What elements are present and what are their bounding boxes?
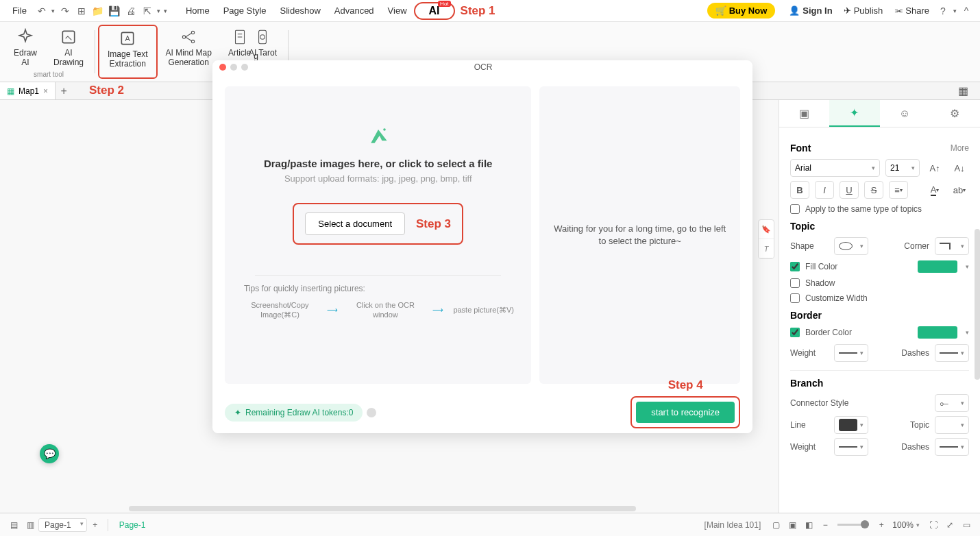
chevron-down-icon[interactable]: ▾ xyxy=(966,263,969,270)
branch-topic-select[interactable]: ▾ xyxy=(935,416,969,434)
minimize-window-icon[interactable] xyxy=(230,64,237,71)
active-page-tab[interactable]: Page-1 xyxy=(112,520,153,530)
sign-in-button[interactable]: 👤 Sign In xyxy=(783,5,837,16)
ribbon-image-text-extraction[interactable]: A Image Text Extraction xyxy=(98,25,157,79)
shape-select[interactable]: ▾ xyxy=(834,237,868,255)
customize-width-checkbox[interactable]: Customize Width xyxy=(790,293,969,303)
apply-same-input[interactable] xyxy=(790,204,800,214)
border-color-swatch[interactable] xyxy=(918,326,957,339)
add-page-button[interactable]: + xyxy=(87,517,103,533)
branch-dashes-select[interactable]: ▾ xyxy=(935,438,969,456)
panel-tab-emoji[interactable]: ☺ xyxy=(880,100,930,127)
connector-style-select[interactable]: ⟜▾ xyxy=(935,394,969,412)
open-icon[interactable]: 📁 xyxy=(90,3,106,19)
zoom-in-button[interactable]: + xyxy=(873,517,890,533)
shadow-input[interactable] xyxy=(790,278,800,288)
float-tool-tag-icon[interactable]: 🔖 xyxy=(759,220,774,239)
tokens-info-icon[interactable] xyxy=(367,408,376,417)
undo-icon[interactable]: ↶ xyxy=(34,3,50,19)
bold-button[interactable]: B xyxy=(790,181,809,199)
fill-color-checkbox[interactable]: Fill Color ▾ xyxy=(790,260,969,273)
menu-view[interactable]: View xyxy=(381,3,414,19)
fill-color-swatch[interactable] xyxy=(918,260,957,273)
font-more-link[interactable]: More xyxy=(951,143,969,153)
font-size-increase-button[interactable]: A↑ xyxy=(925,159,944,177)
save-icon[interactable]: 💾 xyxy=(106,3,123,19)
print-icon[interactable]: 🖨 xyxy=(123,3,139,19)
panel-tab-settings[interactable]: ⚙ xyxy=(930,100,980,127)
ribbon-ai-drawing[interactable]: AI Drawing xyxy=(45,25,92,71)
page-select[interactable]: Page-1▾ xyxy=(38,518,87,532)
zoom-thumb[interactable] xyxy=(861,520,869,528)
chat-fab[interactable]: 💬 xyxy=(40,444,59,463)
start-recognize-button[interactable]: start to recognize xyxy=(636,402,735,423)
italic-button[interactable]: I xyxy=(815,181,834,199)
float-tool-text-icon[interactable]: T xyxy=(759,239,774,258)
branch-weight-select[interactable]: ▾ xyxy=(834,438,868,456)
line-color-select[interactable]: ▾ xyxy=(834,416,868,434)
corner-select[interactable]: ▾ xyxy=(935,237,969,255)
strikethrough-button[interactable]: S xyxy=(864,181,883,199)
qat-more-icon[interactable]: ▾ xyxy=(162,3,169,19)
panel-scrollbar[interactable] xyxy=(975,229,980,380)
border-dashes-select[interactable]: ▾ xyxy=(935,344,969,362)
layout-toggle-icon[interactable]: ▦ xyxy=(958,84,975,97)
border-weight-select[interactable]: ▾ xyxy=(834,344,868,362)
font-size-select[interactable]: 21▾ xyxy=(885,159,920,177)
publish-button[interactable]: ✈ Publish xyxy=(838,5,889,16)
border-color-input[interactable] xyxy=(790,328,800,337)
font-color-button[interactable]: A▾ xyxy=(925,181,944,199)
outline-view-icon[interactable]: ▤ xyxy=(5,517,22,533)
chevron-down-icon[interactable]: ▾ xyxy=(966,329,969,336)
export-icon[interactable]: ⇱ xyxy=(139,3,156,19)
font-family-select[interactable]: Arial▾ xyxy=(790,159,880,177)
zoom-value[interactable]: 100% xyxy=(890,520,916,530)
undo-dropdown-icon[interactable]: ▾ xyxy=(50,3,57,19)
maximize-window-icon[interactable] xyxy=(241,64,248,71)
share-button[interactable]: ⫘ Share xyxy=(888,5,935,16)
close-window-icon[interactable] xyxy=(219,64,226,71)
align-button[interactable]: ≡▾ xyxy=(889,181,908,199)
zoom-dropdown-icon[interactable]: ▾ xyxy=(916,522,920,528)
menu-ai[interactable]: AI Hot xyxy=(414,2,455,20)
text-case-button[interactable]: ab▾ xyxy=(950,181,969,199)
horizontal-scrollbar[interactable] xyxy=(129,506,636,511)
font-size-decrease-button[interactable]: A↓ xyxy=(950,159,969,177)
view-mode-3-icon[interactable]: ◧ xyxy=(800,517,817,533)
fit-page-icon[interactable]: ⛶ xyxy=(925,517,942,533)
new-icon[interactable]: ⊞ xyxy=(73,3,90,19)
customize-width-input[interactable] xyxy=(790,293,800,303)
panel-tab-outline[interactable]: ▣ xyxy=(779,100,829,127)
menu-page-style[interactable]: Page Style xyxy=(217,3,273,19)
underline-button[interactable]: U xyxy=(840,181,859,199)
collapse-ribbon-icon[interactable]: ^ xyxy=(958,3,975,19)
zoom-out-button[interactable]: − xyxy=(817,517,833,533)
menu-home[interactable]: Home xyxy=(179,3,217,19)
export-dropdown-icon[interactable]: ▾ xyxy=(156,3,162,19)
menu-file[interactable]: File xyxy=(5,3,34,19)
zoom-slider[interactable] xyxy=(837,524,869,526)
panel-tab-style[interactable]: ✦ xyxy=(829,100,879,127)
tokens-pill[interactable]: ✦ Remaining Edraw AI tokens:0 xyxy=(225,404,363,422)
help-icon[interactable]: ? xyxy=(935,3,951,19)
fill-color-input[interactable] xyxy=(790,262,800,271)
select-document-button[interactable]: Select a document xyxy=(305,212,405,235)
help-dropdown-icon[interactable]: ▾ xyxy=(951,3,958,19)
add-tab-button[interactable]: + xyxy=(56,85,72,97)
apply-same-checkbox[interactable]: Apply to the same type of topics xyxy=(790,204,969,214)
close-tab-icon[interactable]: × xyxy=(43,86,48,96)
buy-now-button[interactable]: 🛒 Buy Now xyxy=(707,3,776,19)
ribbon-edraw-ai[interactable]: Edraw AI xyxy=(5,25,45,71)
redo-icon[interactable]: ↷ xyxy=(57,3,73,19)
menu-advanced[interactable]: Advanced xyxy=(328,3,381,19)
drop-zone[interactable]: Drag/paste images here, or click to sele… xyxy=(225,86,531,384)
fullscreen-icon[interactable]: ⤢ xyxy=(942,517,958,533)
page-list-icon[interactable]: ▥ xyxy=(22,517,38,533)
document-tab[interactable]: ▦ Map1 × xyxy=(0,82,56,99)
menu-slideshow[interactable]: Slideshow xyxy=(273,3,328,19)
shadow-checkbox[interactable]: Shadow xyxy=(790,278,969,288)
border-color-checkbox[interactable]: Border Color ▾ xyxy=(790,326,969,339)
presentation-icon[interactable]: ▭ xyxy=(958,517,975,533)
view-mode-1-icon[interactable]: ▢ xyxy=(768,517,784,533)
view-mode-2-icon[interactable]: ▣ xyxy=(784,517,800,533)
